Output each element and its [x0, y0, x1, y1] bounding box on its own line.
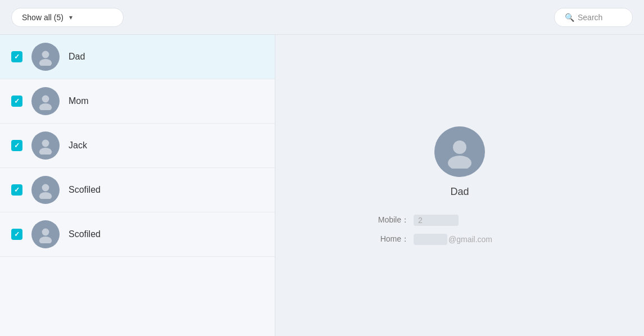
- chevron-down-icon: ▾: [69, 13, 72, 21]
- checkbox-scofiled2[interactable]: ✓: [11, 229, 22, 240]
- contact-item-mom[interactable]: ✓ Mom: [0, 79, 275, 124]
- checkbox-mom[interactable]: ✓: [11, 96, 22, 107]
- svg-point-10: [453, 140, 466, 154]
- svg-point-7: [39, 192, 52, 199]
- contact-item-scofiled2[interactable]: ✓ Scofiled: [0, 212, 275, 257]
- svg-point-11: [448, 156, 471, 169]
- home-email-suffix: @gmail.com: [448, 235, 492, 244]
- detail-field-mobile: Mobile： 2: [375, 215, 544, 226]
- detail-name: Dad: [450, 186, 469, 198]
- contact-name-dad: Dad: [69, 52, 85, 62]
- search-bar[interactable]: 🔍 Search: [554, 8, 633, 27]
- check-icon: ✓: [14, 142, 20, 149]
- contact-name-jack: Jack: [69, 140, 87, 151]
- avatar-mom: [31, 87, 60, 115]
- svg-point-5: [39, 148, 52, 155]
- mobile-value: 2: [414, 215, 459, 226]
- filter-dropdown-label: Show all (5): [22, 13, 64, 22]
- contact-name-scofiled2: Scofiled: [69, 229, 101, 239]
- main-content: ✓ Dad ✓: [0, 35, 644, 336]
- avatar-scofiled2: [31, 220, 60, 248]
- top-bar: Show all (5) ▾ 🔍 Search: [0, 0, 644, 35]
- check-icon: ✓: [14, 53, 20, 61]
- contact-item-scofiled1[interactable]: ✓ Scofiled: [0, 168, 275, 212]
- contact-item-dad[interactable]: ✓ Dad: [0, 35, 275, 79]
- svg-point-3: [39, 103, 52, 110]
- check-icon: ✓: [14, 97, 20, 105]
- detail-panel: Dad Mobile： 2 Home： @gmail.com: [275, 35, 644, 336]
- detail-fields: Mobile： 2 Home： @gmail.com: [375, 215, 544, 245]
- app-container: Show all (5) ▾ 🔍 Search ✓ Da: [0, 0, 644, 336]
- checkbox-jack[interactable]: ✓: [11, 140, 22, 151]
- checkbox-dad[interactable]: ✓: [11, 51, 22, 62]
- avatar-jack: [31, 131, 60, 160]
- check-icon: ✓: [14, 186, 20, 194]
- detail-field-home: Home： @gmail.com: [375, 234, 544, 245]
- filter-dropdown[interactable]: Show all (5) ▾: [11, 8, 124, 27]
- home-value: @gmail.com: [414, 234, 492, 245]
- check-icon: ✓: [14, 230, 20, 238]
- checkbox-scofiled1[interactable]: ✓: [11, 184, 22, 196]
- detail-avatar: [434, 126, 485, 177]
- home-label: Home：: [375, 234, 409, 244]
- svg-point-9: [39, 237, 52, 243]
- svg-point-0: [42, 51, 49, 58]
- contact-name-scofiled1: Scofiled: [69, 185, 101, 195]
- search-icon: 🔍: [565, 13, 574, 22]
- contact-item-jack[interactable]: ✓ Jack: [0, 124, 275, 168]
- search-label: Search: [578, 13, 602, 22]
- svg-point-1: [39, 59, 52, 66]
- svg-point-2: [42, 96, 49, 103]
- avatar-dad: [31, 43, 60, 71]
- contact-name-mom: Mom: [69, 96, 89, 106]
- svg-point-4: [42, 140, 49, 147]
- mobile-label: Mobile：: [375, 215, 409, 225]
- svg-point-6: [42, 184, 49, 192]
- svg-point-8: [42, 229, 49, 236]
- contacts-panel: ✓ Dad ✓: [0, 35, 275, 336]
- avatar-scofiled1: [31, 176, 60, 204]
